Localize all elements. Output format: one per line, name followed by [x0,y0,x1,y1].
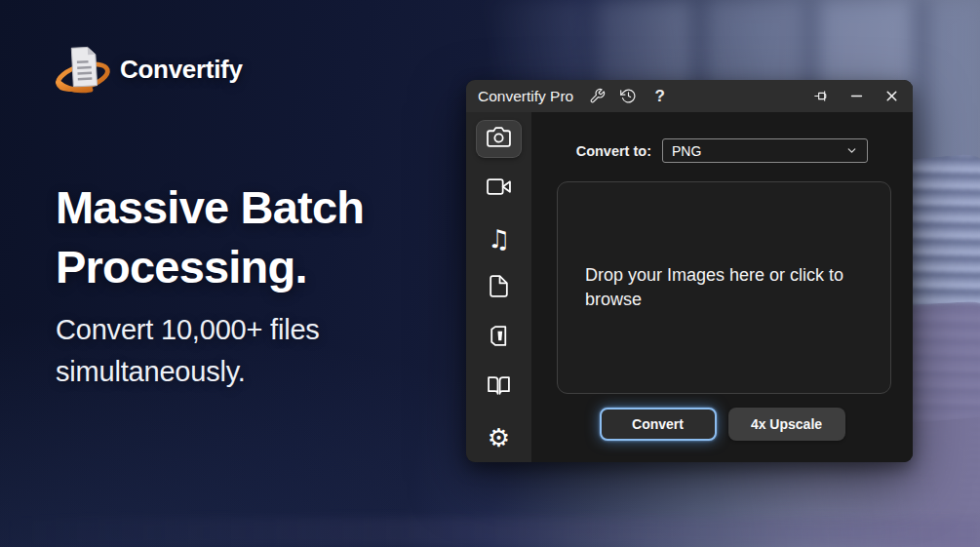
sidebar: ♫ [466,112,531,462]
convert-button[interactable]: Convert [600,408,717,441]
folder-icon [487,324,511,352]
brand-logo: Convertify [53,39,243,99]
sidebar-item-videos[interactable] [477,171,521,207]
sidebar-item-documents[interactable] [477,270,521,306]
sidebar-item-folders[interactable] [477,320,521,356]
gear-icon: ⚙ [488,425,510,450]
minimize-icon[interactable] [846,87,866,106]
sidebar-item-images[interactable] [477,121,521,157]
dropzone-text: Drop your Images here or click to browse [585,263,863,312]
convertify-pro-window: Convertify Pro ? [466,80,913,462]
convertify-logo-icon [53,39,113,99]
window-controls [811,87,901,106]
camera-icon [487,125,511,153]
music-icon: ♫ [488,226,510,252]
brand-name: Convertify [120,55,243,85]
chevron-down-icon [845,144,858,157]
sidebar-item-settings[interactable]: ⚙ [477,419,521,455]
pin-icon[interactable] [811,87,831,106]
window-titlebar: Convertify Pro ? [466,80,913,112]
history-icon[interactable] [619,87,638,105]
dropzone[interactable]: Drop your Images here or click to browse [557,181,891,394]
upscale-button[interactable]: 4x Upscale [728,408,845,441]
main-panel: Convert to: PNG Drop your Images here or… [531,112,913,462]
convert-to-row: Convert to: PNG [576,138,868,163]
close-icon[interactable] [882,87,901,106]
format-select[interactable]: PNG [662,138,868,163]
wrench-icon[interactable] [588,87,607,105]
subheadline: Convert 10,000+ files simultaneously. [56,309,421,393]
background-bottom-band [0,518,980,547]
sidebar-item-audio[interactable]: ♫ [477,220,521,256]
convert-to-label: Convert to: [576,143,651,159]
window-body: ♫ [466,112,913,462]
book-icon [487,373,511,402]
video-icon [487,175,511,203]
help-icon[interactable]: ? [650,87,669,105]
action-buttons: Convert 4x Upscale [531,408,913,441]
window-title: Convertify Pro [478,88,573,105]
headline: Massive Batch Processing. [56,177,480,296]
file-icon [487,274,511,302]
hero-banner: Convertify Massive Batch Processing. Con… [0,0,980,547]
format-select-value: PNG [672,143,701,159]
sidebar-item-ebooks[interactable] [477,370,521,406]
